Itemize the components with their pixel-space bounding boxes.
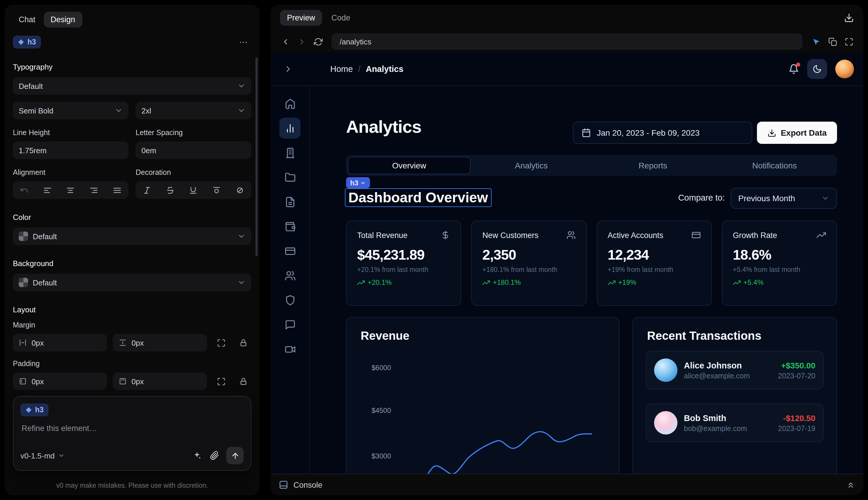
stat-label: Active Accounts — [607, 231, 663, 239]
refresh-button[interactable] — [310, 34, 326, 49]
font-size-select[interactable]: 2xl — [136, 102, 251, 119]
margin-lock-button[interactable] — [235, 334, 251, 351]
sparkles-icon[interactable] — [192, 451, 202, 460]
italic-icon[interactable] — [143, 186, 152, 194]
margin-label: Margin — [13, 321, 251, 329]
sidebar-item-chat[interactable] — [279, 314, 300, 335]
tab-overview[interactable]: Overview — [348, 157, 471, 174]
composer-element-badge[interactable]: h3 — [21, 404, 48, 416]
video-icon — [285, 343, 296, 355]
sidebar-item-permissions[interactable] — [279, 289, 300, 310]
transaction-name: Bob Smith — [684, 413, 747, 422]
tab-preview[interactable]: Preview — [280, 10, 322, 25]
transaction-row[interactable]: Bob Smith bob@example.com -$120.50 2023-… — [646, 404, 824, 442]
chevron-down-icon — [821, 194, 830, 202]
lock-icon — [239, 338, 247, 347]
dollar-icon — [441, 230, 450, 240]
date-range-button[interactable]: Jan 20, 2023 - Feb 09, 2023 — [573, 122, 752, 144]
stat-cards: Total Revenue $45,231.89 +20.1% from las… — [346, 220, 837, 306]
app-viewport: Home / Analytics — [271, 53, 863, 474]
breadcrumb-home[interactable]: Home — [330, 64, 353, 74]
tab-code[interactable]: Code — [326, 10, 356, 25]
sidebar-toggle-icon[interactable] — [283, 64, 293, 74]
align-left-icon[interactable] — [43, 186, 52, 194]
model-select[interactable]: v0-1.5-md — [21, 451, 65, 460]
back-button[interactable] — [278, 34, 293, 49]
tab-analytics[interactable]: Analytics — [471, 157, 592, 174]
sidebar-item-documents[interactable] — [279, 191, 300, 212]
padding-lock-button[interactable] — [235, 373, 251, 389]
sidebar-item-members[interactable] — [279, 265, 300, 286]
margin-expand-button[interactable] — [213, 334, 229, 351]
transaction-row[interactable]: Alice Johnson alice@example.com +$350.00… — [646, 351, 824, 389]
align-justify-icon[interactable] — [113, 186, 121, 194]
refine-input[interactable] — [21, 423, 246, 433]
compare-select[interactable]: Previous Month — [731, 188, 837, 209]
more-options-icon[interactable]: ⋯ — [237, 36, 251, 48]
fullscreen-button[interactable] — [841, 34, 856, 49]
padding-y-input[interactable]: 0px — [113, 373, 207, 390]
url-bar[interactable] — [332, 33, 802, 50]
paperclip-icon[interactable] — [210, 451, 219, 460]
underline-icon[interactable] — [189, 186, 198, 194]
margin-x-input[interactable]: 0px — [13, 334, 107, 351]
selected-element-label: h3 — [27, 38, 36, 46]
line-height-input[interactable]: 1.75rem — [13, 141, 129, 159]
overline-icon[interactable] — [212, 186, 221, 194]
align-center-icon[interactable] — [66, 186, 75, 194]
stat-subtext: +20.1% from last month — [357, 266, 450, 273]
sidebar-item-organization[interactable] — [279, 142, 300, 163]
chevron-down-icon — [115, 106, 123, 115]
transaction-email: bob@example.com — [684, 424, 747, 432]
stat-value: 12,234 — [607, 247, 701, 263]
selected-element-badge[interactable]: h3 — [13, 36, 40, 48]
forward-button[interactable] — [294, 34, 309, 49]
sidebar-item-wallet[interactable] — [279, 216, 300, 237]
font-weight-select[interactable]: Semi Bold — [13, 102, 129, 119]
color-select[interactable]: Default — [13, 227, 251, 245]
diamond-icon — [18, 38, 25, 46]
sidebar-item-meetings[interactable] — [279, 339, 300, 360]
margin-y-input[interactable]: 0px — [113, 334, 207, 351]
padding-x-input[interactable]: 0px — [13, 373, 107, 390]
credit-card-icon — [285, 245, 296, 257]
panel-scrollbar[interactable] — [255, 57, 258, 256]
user-avatar[interactable] — [835, 60, 854, 78]
inspect-cursor-button[interactable] — [808, 34, 824, 49]
background-select[interactable]: Default — [13, 274, 251, 291]
export-data-button[interactable]: Export Data — [757, 122, 837, 144]
tab-reports[interactable]: Reports — [592, 157, 714, 174]
color-section-label: Color — [13, 213, 251, 221]
download-button[interactable] — [844, 13, 854, 23]
console-bar[interactable]: Console — [271, 474, 863, 495]
transaction-amount: -$120.50 — [778, 413, 815, 422]
tab-design[interactable]: Design — [44, 12, 82, 27]
copy-preview-button[interactable] — [825, 34, 840, 49]
sidebar-item-projects[interactable] — [279, 167, 300, 188]
selection-tag-pill[interactable]: h3 — [346, 177, 370, 188]
font-family-select[interactable]: Default — [13, 77, 251, 95]
notifications-button[interactable] — [788, 64, 799, 74]
section-heading-selected[interactable]: Dashboard Overview — [345, 188, 491, 207]
theme-toggle-button[interactable] — [807, 59, 827, 79]
sidebar-item-payments[interactable] — [279, 240, 300, 261]
strikethrough-icon[interactable] — [166, 186, 175, 194]
submit-button[interactable] — [226, 447, 244, 464]
padding-expand-button[interactable] — [213, 373, 229, 389]
trending-up-icon — [733, 279, 741, 286]
expand-console-button[interactable] — [846, 480, 855, 489]
align-right-icon[interactable] — [90, 186, 98, 194]
file-text-icon — [285, 196, 296, 207]
font-family-value: Default — [19, 82, 43, 90]
url-input[interactable] — [338, 36, 796, 46]
tab-notifications[interactable]: Notifications — [714, 157, 835, 174]
clear-decoration-icon[interactable] — [235, 186, 244, 194]
sidebar-item-analytics[interactable] — [279, 117, 300, 139]
disclaimer-text: v0 may make mistakes. Please use with di… — [5, 482, 259, 489]
undo-icon[interactable] — [20, 186, 29, 194]
letter-spacing-input[interactable]: 0em — [136, 141, 251, 159]
transaction-date: 2023-07-19 — [778, 424, 815, 432]
sidebar-item-home[interactable] — [279, 93, 300, 114]
preview-panel: Preview Code — [271, 5, 863, 495]
tab-chat[interactable]: Chat — [13, 12, 41, 27]
